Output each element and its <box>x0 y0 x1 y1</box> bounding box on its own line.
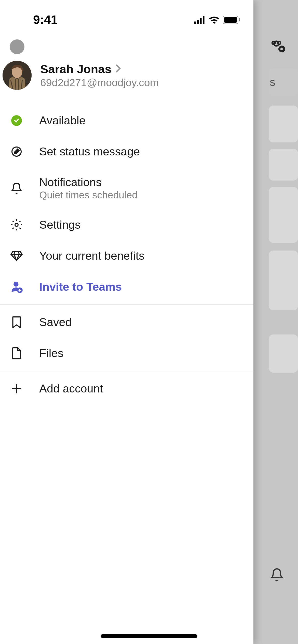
bell-icon <box>270 568 284 583</box>
status-icons <box>194 13 241 27</box>
menu-label: Your current benefits <box>39 249 244 262</box>
diamond-icon <box>10 249 23 263</box>
menu-item-notifications[interactable]: Notifications Quiet times scheduled <box>0 167 253 209</box>
bg-card <box>269 149 298 181</box>
cellular-icon <box>194 13 206 27</box>
gear-icon <box>10 218 23 232</box>
menu-item-status-message[interactable]: Set status message <box>0 136 253 167</box>
battery-icon <box>223 13 241 27</box>
menu-item-add-account[interactable]: Add account <box>0 373 253 404</box>
svg-point-15 <box>13 282 18 287</box>
team-plus-icon <box>270 38 287 55</box>
background-obscured-content: s <box>252 0 298 644</box>
status-time: 9:41 <box>33 13 58 27</box>
user-avatar <box>3 61 32 90</box>
menu-item-available[interactable]: Available <box>0 105 253 136</box>
menu-item-saved[interactable]: Saved <box>0 307 253 338</box>
wifi-icon <box>209 13 220 27</box>
menu-item-invite[interactable]: Invite to Teams <box>0 271 253 302</box>
bell-icon <box>10 181 23 195</box>
profile-drawer: 9:41 <box>0 0 253 644</box>
bg-card <box>269 251 298 310</box>
menu-sublabel: Quiet times scheduled <box>39 189 244 201</box>
home-indicator[interactable] <box>101 634 197 638</box>
menu-list: Available Set status message <box>0 105 253 404</box>
bg-card: s <box>269 69 298 95</box>
divider <box>0 371 253 371</box>
menu-label: Available <box>39 114 244 127</box>
svg-point-14 <box>15 223 18 226</box>
menu-item-settings[interactable]: Settings <box>0 209 253 240</box>
menu-label: Notifications <box>39 176 244 189</box>
menu-label: Saved <box>39 316 244 329</box>
invite-person-icon <box>10 280 23 294</box>
menu-label: Settings <box>39 218 244 231</box>
profile-email: 69d2d271@moodjoy.com <box>40 77 244 89</box>
bookmark-icon <box>10 315 23 329</box>
file-icon <box>10 346 23 360</box>
bg-card <box>269 106 298 142</box>
menu-item-benefits[interactable]: Your current benefits <box>0 240 253 271</box>
svg-rect-5 <box>197 20 199 24</box>
profile-header[interactable]: Sarah Jonas 69d2d271@moodjoy.com <box>0 54 253 96</box>
background-cards: s <box>269 69 298 379</box>
menu-label: Add account <box>39 382 244 395</box>
svg-rect-10 <box>239 18 240 21</box>
profile-name: Sarah Jonas <box>40 62 112 76</box>
status-bar: 9:41 <box>0 0 253 32</box>
chevron-right-icon <box>115 64 121 74</box>
plus-icon <box>10 382 23 396</box>
menu-label: Files <box>39 347 244 360</box>
bg-card <box>269 334 298 373</box>
menu-item-files[interactable]: Files <box>0 338 253 369</box>
edit-status-icon <box>10 145 23 158</box>
available-status-icon <box>10 114 23 127</box>
svg-rect-4 <box>194 22 196 24</box>
divider <box>0 304 253 305</box>
svg-rect-6 <box>200 18 202 24</box>
svg-rect-9 <box>224 17 237 23</box>
bg-card <box>269 187 298 243</box>
menu-label: Invite to Teams <box>39 280 244 294</box>
account-indicator-circle[interactable] <box>10 39 24 54</box>
svg-rect-7 <box>203 16 205 24</box>
menu-label: Set status message <box>39 145 244 158</box>
